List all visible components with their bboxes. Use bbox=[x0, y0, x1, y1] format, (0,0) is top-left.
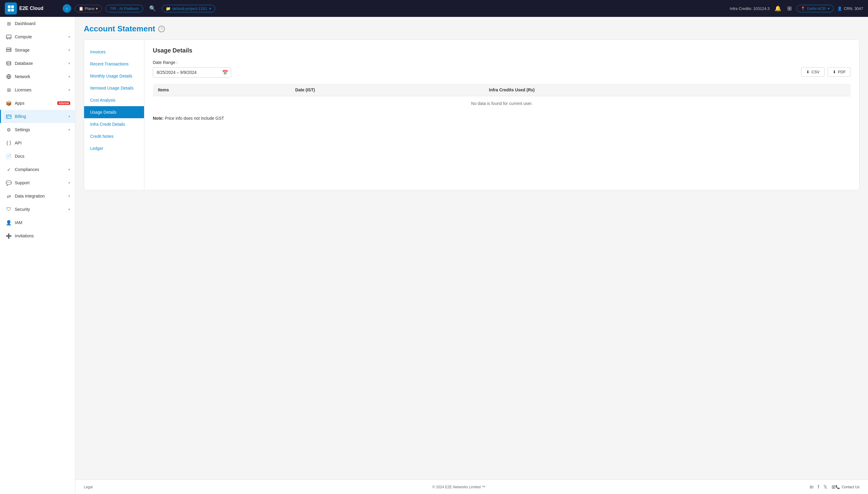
plans-chevron: ▾ bbox=[96, 6, 98, 11]
date-range-row: Date Range : 📅 ⬇ CSV ⬇ PDF bbox=[153, 60, 851, 77]
sidebar-item-billing[interactable]: Billing ▾ bbox=[0, 110, 75, 123]
col-items: Items bbox=[153, 84, 291, 96]
svg-rect-0 bbox=[8, 5, 11, 8]
col-infra-credits: Infra Credits Used (Rs) bbox=[484, 84, 850, 96]
sidebar: ⊞ Dashboard Compute ▾ Storage ▾ Database… bbox=[0, 17, 75, 494]
sidebar-item-invitations[interactable]: ➕ Invitations bbox=[0, 229, 75, 243]
sidebar-item-database[interactable]: Database ▾ bbox=[0, 57, 75, 70]
logo-area: E2E Cloud bbox=[5, 2, 59, 15]
storage-icon bbox=[6, 47, 12, 53]
rss-icon[interactable]: ⊞ bbox=[831, 484, 835, 490]
logo-text: E2E Cloud bbox=[19, 6, 43, 11]
nav-item-usage-details[interactable]: Usage Details bbox=[84, 106, 144, 118]
footer-social: in f 𝕏 ⊞ bbox=[810, 484, 835, 490]
security-icon: 🛡 bbox=[6, 206, 12, 212]
twitter-icon[interactable]: 𝕏 bbox=[823, 484, 827, 490]
sidebar-item-network[interactable]: Network ▾ bbox=[0, 70, 75, 83]
pdf-export-button[interactable]: ⬇ PDF bbox=[828, 67, 851, 77]
sidebar-item-docs[interactable]: 📄 Docs bbox=[0, 150, 75, 163]
sidebar-item-support[interactable]: 💬 Support ▾ bbox=[0, 176, 75, 189]
sidebar-item-storage[interactable]: Storage ▾ bbox=[0, 43, 75, 57]
nav-item-credit-notes[interactable]: Credit Notes bbox=[84, 130, 144, 142]
database-icon bbox=[6, 60, 12, 66]
svg-rect-4 bbox=[6, 35, 11, 39]
chevron-down-icon: ▾ bbox=[68, 115, 70, 118]
dashboard-icon: ⊞ bbox=[6, 20, 12, 26]
chevron-down-icon: ▾ bbox=[68, 128, 70, 132]
sidebar-item-compliances[interactable]: ✓ Compliances ▾ bbox=[0, 163, 75, 176]
facebook-icon[interactable]: f bbox=[818, 484, 819, 490]
sidebar-item-dashboard[interactable]: ⊞ Dashboard bbox=[0, 17, 75, 30]
support-icon: 💬 bbox=[6, 180, 12, 186]
sidebar-item-security[interactable]: 🛡 Security ▾ bbox=[0, 203, 75, 216]
search-button[interactable]: 🔍 bbox=[147, 4, 158, 13]
tir-button[interactable]: TIR · AI Platform bbox=[105, 5, 143, 12]
notifications-button[interactable]: 🔔 bbox=[773, 4, 783, 13]
sidebar-item-label: API bbox=[15, 140, 70, 145]
footer-legal[interactable]: Legal bbox=[84, 485, 108, 489]
footer-copyright: © 2024 E2E Networks Limited ™ bbox=[108, 485, 810, 489]
apps-grid-button[interactable]: ⊞ bbox=[786, 4, 793, 13]
compute-icon bbox=[6, 34, 12, 40]
api-icon: { } bbox=[6, 140, 12, 146]
nav-item-invoices[interactable]: Invoices bbox=[84, 46, 144, 58]
svg-rect-15 bbox=[6, 115, 11, 118]
nav-item-itemised-usage-details[interactable]: Itemised Usage Details bbox=[84, 82, 144, 94]
sidebar-item-apps[interactable]: 📦 Apps Internal bbox=[0, 96, 75, 110]
note-content: Price info does not include GST bbox=[164, 116, 224, 121]
download-icon: ⬇ bbox=[806, 70, 810, 74]
licenses-icon: ⊞ bbox=[6, 87, 12, 93]
date-range-input[interactable] bbox=[153, 67, 231, 77]
sidebar-item-label: Security bbox=[15, 207, 65, 212]
region-label: Delhi-NCR bbox=[807, 6, 826, 11]
nav-item-ledger[interactable]: Ledger bbox=[84, 142, 144, 154]
plans-button[interactable]: 📋 Plans ▾ bbox=[75, 5, 102, 12]
main-content: Account Statement ? Invoices Recent Tran… bbox=[75, 17, 868, 479]
svg-point-12 bbox=[7, 61, 11, 63]
nav-item-cost-analysis[interactable]: Cost Analysis bbox=[84, 94, 144, 106]
network-icon bbox=[6, 74, 12, 80]
crn-area: 👤 CRN. 3047 bbox=[837, 6, 863, 11]
download-icon: ⬇ bbox=[833, 70, 836, 74]
chevron-down-icon: ▾ bbox=[68, 48, 70, 52]
back-button[interactable]: ‹ bbox=[63, 4, 71, 13]
region-selector[interactable]: 📍 Delhi-NCR ▾ bbox=[796, 5, 834, 12]
iam-icon: 👤 bbox=[6, 220, 12, 226]
sidebar-item-label: Compute bbox=[15, 34, 65, 39]
note-text: Note: Price info does not include GST bbox=[153, 116, 851, 121]
settings-icon: ⚙ bbox=[6, 127, 12, 133]
invitations-icon: ➕ bbox=[6, 233, 12, 239]
data-integration-icon: ⇄ bbox=[6, 193, 12, 199]
page-title-area: Account Statement ? bbox=[84, 24, 860, 34]
project-selector[interactable]: 📁 default-project-1261 ▾ bbox=[162, 5, 215, 12]
usage-details-table: Items Date (IST) Infra Credits Used (Rs)… bbox=[153, 83, 851, 111]
project-chevron: ▾ bbox=[209, 6, 211, 11]
nav-item-infra-credit-details[interactable]: Infra Credit Details bbox=[84, 118, 144, 130]
csv-export-button[interactable]: ⬇ CSV bbox=[801, 67, 825, 77]
location-icon: 📍 bbox=[801, 6, 805, 11]
sidebar-item-data-integration[interactable]: ⇄ Data Integration ▾ bbox=[0, 189, 75, 203]
help-icon[interactable]: ? bbox=[158, 26, 165, 32]
sidebar-item-label: Support bbox=[15, 180, 65, 185]
logo-icon bbox=[5, 2, 17, 15]
nav-item-monthly-usage-details[interactable]: Monthly Usage Details bbox=[84, 70, 144, 82]
sidebar-item-settings[interactable]: ⚙ Settings ▾ bbox=[0, 123, 75, 136]
sidebar-item-compute[interactable]: Compute ▾ bbox=[0, 30, 75, 43]
user-icon: 👤 bbox=[837, 6, 842, 11]
linkedin-icon[interactable]: in bbox=[810, 484, 813, 490]
col-date: Date (IST) bbox=[291, 84, 484, 96]
phone-icon: 📞 bbox=[835, 485, 840, 489]
nav-item-recent-transactions[interactable]: Recent Transactions bbox=[84, 58, 144, 70]
svg-point-11 bbox=[10, 51, 11, 51]
svg-rect-1 bbox=[11, 5, 14, 8]
sidebar-item-iam[interactable]: 👤 IAM bbox=[0, 216, 75, 229]
sidebar-item-label: Compliances bbox=[15, 167, 65, 172]
folder-icon: 📁 bbox=[166, 6, 171, 11]
sidebar-item-api[interactable]: { } API bbox=[0, 136, 75, 150]
usage-details-panel: Usage Details Date Range : 📅 ⬇ CSV bbox=[144, 40, 859, 190]
sidebar-item-licenses[interactable]: ⊞ Licenses ▾ bbox=[0, 83, 75, 96]
date-range-label: Date Range : bbox=[153, 60, 231, 65]
page-title: Account Statement bbox=[84, 24, 155, 34]
chevron-down-icon: ▾ bbox=[68, 61, 70, 65]
footer-contact[interactable]: 📞 Contact Us bbox=[835, 485, 860, 489]
